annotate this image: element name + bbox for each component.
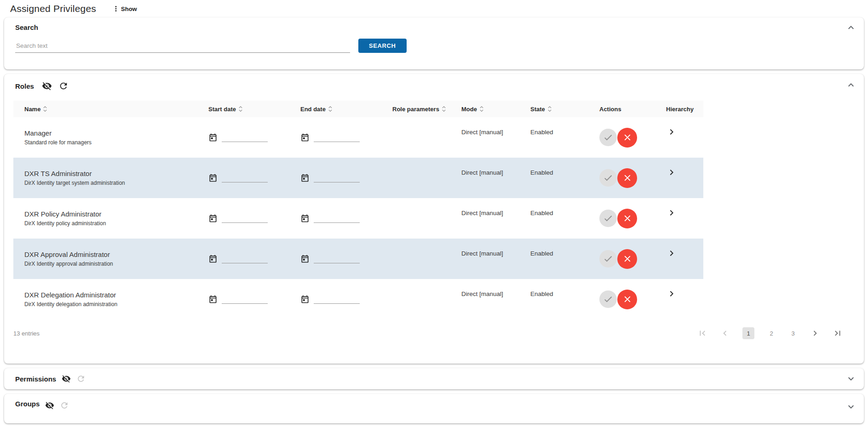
calendar-icon[interactable] <box>208 295 218 304</box>
hierarchy-expand-button[interactable] <box>666 288 677 299</box>
show-menu-label: Show <box>121 6 137 12</box>
search-input[interactable] <box>15 40 350 53</box>
last-page-button[interactable] <box>833 327 843 339</box>
sort-carets-icon <box>547 105 552 113</box>
start-date-input[interactable] <box>222 215 268 223</box>
column-header-end-date[interactable]: End date <box>289 105 381 113</box>
start-date-input[interactable] <box>222 296 268 304</box>
roles-collapse-button[interactable] <box>845 80 857 91</box>
role-name: DXR Policy Administrator <box>24 210 102 218</box>
roles-table: NameStart dateEnd dateRole parametersMod… <box>13 101 703 319</box>
hierarchy-cell <box>655 117 703 158</box>
permissions-hide-button[interactable] <box>61 373 72 384</box>
calendar-icon[interactable] <box>300 214 310 223</box>
column-header-mode[interactable]: Mode <box>450 105 519 113</box>
chevron-up-icon <box>845 80 857 91</box>
refresh-icon <box>60 401 69 410</box>
role-parameters-cell <box>381 239 450 279</box>
hierarchy-expand-button[interactable] <box>666 248 677 259</box>
table-row[interactable]: DXR Policy Administrator DirX Identity p… <box>13 198 703 239</box>
column-label: Start date <box>208 106 236 113</box>
start-date-input[interactable] <box>222 134 268 142</box>
calendar-icon[interactable] <box>300 133 310 142</box>
page-button-3[interactable]: 3 <box>788 327 798 339</box>
approve-button[interactable] <box>599 290 617 308</box>
role-name: Manager <box>24 129 52 137</box>
check-icon <box>603 173 613 183</box>
mode-cell: Direct [manual] <box>450 239 519 279</box>
end-date-input[interactable] <box>314 215 360 223</box>
groups-hide-button[interactable] <box>44 400 55 411</box>
role-description: DirX Identity delegation administration <box>24 301 117 307</box>
remove-button[interactable] <box>617 128 637 148</box>
close-icon <box>622 254 632 264</box>
first-page-button[interactable] <box>697 327 707 339</box>
role-parameters-cell <box>381 117 450 158</box>
approve-button[interactable] <box>599 169 617 187</box>
mode-cell: Direct [manual] <box>450 198 519 239</box>
actions-cell <box>588 239 655 279</box>
search-panel-title: Search <box>15 23 853 31</box>
end-date-input[interactable] <box>314 255 360 263</box>
column-header-state[interactable]: State <box>519 105 588 113</box>
calendar-icon[interactable] <box>208 254 218 263</box>
end-date-input[interactable] <box>314 296 360 304</box>
calendar-icon[interactable] <box>300 254 310 263</box>
refresh-icon <box>58 81 69 91</box>
end-date-input[interactable] <box>314 174 360 182</box>
next-page-button[interactable] <box>810 327 820 339</box>
state-cell: Enabled <box>519 239 588 279</box>
hierarchy-expand-button[interactable] <box>666 207 677 218</box>
column-label: Hierarchy <box>666 106 694 113</box>
approve-button[interactable] <box>599 250 617 268</box>
permissions-expand-button[interactable] <box>845 373 857 384</box>
column-header-start-date[interactable]: Start date <box>197 105 289 113</box>
column-header-role-parameters[interactable]: Role parameters <box>381 105 450 113</box>
table-row[interactable]: DXR Approval Administrator DirX Identity… <box>13 239 703 279</box>
calendar-icon[interactable] <box>208 214 218 223</box>
approve-button[interactable] <box>599 129 617 146</box>
start-date-input[interactable] <box>222 255 268 263</box>
calendar-icon[interactable] <box>208 173 218 182</box>
search-button[interactable]: SEARCH <box>358 39 407 53</box>
last-page-icon <box>833 328 843 338</box>
table-footer: 13 entries 123 <box>4 322 864 344</box>
calendar-icon[interactable] <box>300 173 310 182</box>
table-row[interactable]: DXR Delegation Administrator DirX Identi… <box>13 279 703 319</box>
permissions-panel-title: Permissions <box>15 375 56 383</box>
roles-panel-title: Roles <box>15 82 34 90</box>
start-date-cell <box>197 279 289 319</box>
column-label: State <box>530 106 545 113</box>
remove-button[interactable] <box>617 249 637 269</box>
start-date-input[interactable] <box>222 174 268 182</box>
show-menu-button[interactable]: Show <box>112 5 137 13</box>
name-cell: DXR TS Administrator DirX Identity targe… <box>13 158 197 198</box>
remove-button[interactable] <box>617 290 637 309</box>
page-button-1[interactable]: 1 <box>742 327 754 339</box>
chevron-right-icon <box>666 207 677 218</box>
state-cell: Enabled <box>519 198 588 239</box>
hierarchy-expand-button[interactable] <box>666 167 677 178</box>
hierarchy-expand-button[interactable] <box>666 126 677 137</box>
approve-button[interactable] <box>599 210 617 227</box>
column-label: Mode <box>461 106 477 113</box>
column-header-name[interactable]: Name <box>13 105 197 113</box>
roles-refresh-button[interactable] <box>58 80 69 91</box>
end-date-input[interactable] <box>314 134 360 142</box>
calendar-icon[interactable] <box>300 295 310 304</box>
page-button-2[interactable]: 2 <box>767 327 776 339</box>
table-row[interactable]: Manager Standard role for managers Direc… <box>13 117 703 158</box>
roles-hide-button[interactable] <box>41 80 52 91</box>
table-row[interactable]: DXR TS Administrator DirX Identity targe… <box>13 158 703 198</box>
name-cell: DXR Approval Administrator DirX Identity… <box>13 239 197 279</box>
top-bar: Assigned Privileges Show <box>0 0 868 17</box>
groups-expand-button[interactable] <box>845 401 857 412</box>
calendar-icon[interactable] <box>208 133 218 142</box>
remove-button[interactable] <box>617 209 637 228</box>
role-description: DirX Identity target system administrati… <box>24 180 125 186</box>
role-parameters-cell <box>381 279 450 319</box>
remove-button[interactable] <box>617 168 637 188</box>
search-collapse-button[interactable] <box>845 22 857 33</box>
previous-page-button[interactable] <box>720 327 730 339</box>
name-cell: Manager Standard role for managers <box>13 117 197 158</box>
